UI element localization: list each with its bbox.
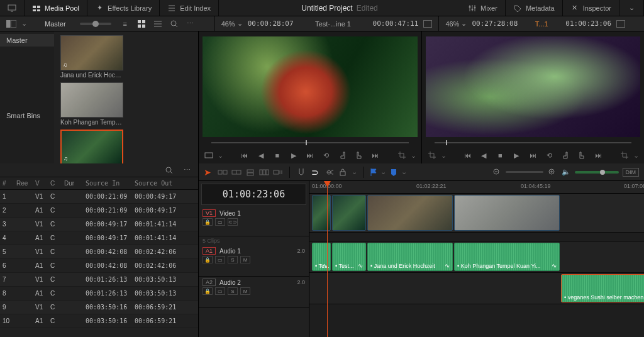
clip-thumb[interactable]: ♫Jana und Erick Hochz... [60, 35, 123, 79]
video-clip[interactable] [312, 195, 331, 231]
overwrite-edit-button[interactable] [231, 167, 242, 177]
table-row[interactable]: 9V1C00:03:50:1600:06:59:21 [0, 301, 198, 314]
fit-to-fill-button[interactable] [259, 167, 269, 177]
auto-select-button[interactable]: ▭ [215, 218, 225, 226]
stop-button[interactable]: ■ [495, 150, 505, 160]
chevron-down-button[interactable]: ⌄ [619, 0, 644, 16]
clip-thumb[interactable]: Koh Phangan Tempel... [60, 82, 123, 126]
bin-smart[interactable]: Smart Bins [0, 109, 54, 122]
table-row[interactable]: 8A1C00:01:26:1300:03:50:13 [0, 287, 198, 301]
chevron-down-icon[interactable]: ⌄ [441, 152, 447, 160]
track-tag[interactable]: V1 [203, 209, 216, 217]
edit-index-tab[interactable]: Edit Index [160, 0, 219, 16]
track-header-v1[interactable]: V1Video 1 🔒▭⊂⊃ [199, 207, 309, 236]
video-clip[interactable] [367, 195, 453, 231]
zoom-in-button[interactable] [547, 167, 557, 177]
mute-button[interactable]: M [240, 287, 250, 295]
col-source-out[interactable]: Source Out [132, 180, 181, 187]
loop-button[interactable]: ⟲ [544, 150, 554, 160]
table-row[interactable]: 7V1C00:01:26:1300:03:50:13 [0, 273, 198, 287]
audio-clip[interactable]: • veganes Sushi selber machen k...∿ [561, 274, 644, 302]
play-button[interactable]: ▶ [511, 150, 521, 160]
track-tag[interactable]: A1 [203, 247, 216, 255]
layout-toggle[interactable] [5, 18, 18, 30]
next-frame-button[interactable]: ⏭ [305, 150, 315, 160]
link-button[interactable]: ⊂⊃ [228, 218, 238, 226]
timeline-tracks[interactable]: 01:00:00:00 01:02:22:21 01:04:45:19 01:0… [309, 181, 644, 337]
mixer-tab[interactable]: Mixer [460, 0, 506, 16]
video-track-1[interactable] [309, 194, 644, 233]
effects-library-tab[interactable]: ✦Effects Library [87, 0, 160, 16]
search-button[interactable] [168, 18, 180, 30]
timeline-name[interactable]: T...1 [523, 20, 560, 28]
mute-button[interactable]: 🔈 [561, 167, 571, 177]
sort-button[interactable]: ≡ [119, 18, 131, 30]
audio-track-1[interactable]: • Te...∿ • Test...∿ • Jana und Erick Hoc… [309, 241, 644, 273]
chevron-down-icon[interactable]: ⌄ [352, 168, 357, 176]
inspector-tab[interactable]: ✕Inspector [563, 0, 619, 16]
col-num[interactable]: # [0, 180, 14, 187]
last-frame-button[interactable]: ⏭ [370, 150, 380, 160]
dim-button[interactable]: DIM [623, 168, 640, 177]
audio-clip[interactable]: • Koh Phangan Tempel Kuan Yi...∿ [454, 243, 560, 271]
thumbnail-size-slider[interactable] [80, 23, 111, 25]
timeline-ruler[interactable]: 01:00:00:00 01:02:22:21 01:04:45:19 01:0… [309, 181, 644, 194]
table-row[interactable]: 3V1C00:00:49:1700:01:41:14 [0, 218, 198, 231]
chevron-down-icon[interactable]: ⌄ [218, 152, 223, 160]
clip-thumb[interactable]: ♫veganes Sushi selber ... [60, 130, 123, 163]
timeline-zoom[interactable]: 46% ⌄ [445, 19, 467, 28]
volume-slider[interactable] [575, 171, 619, 174]
audio-clip[interactable]: • Test...∿ [332, 243, 366, 271]
play-button[interactable]: ▶ [289, 150, 299, 160]
lock-icon[interactable]: 🔒 [203, 256, 213, 263]
track-header-a2[interactable]: A2Audio 22.0 🔒▭SM [199, 277, 309, 308]
mark-out-button[interactable] [577, 150, 587, 160]
chevron-down-icon[interactable]: ⌄ [21, 19, 27, 28]
table-row[interactable]: 6A1C00:00:42:0800:02:42:06 [0, 259, 198, 273]
loop-button[interactable]: ⟲ [321, 150, 331, 160]
solo-button[interactable]: S [228, 287, 238, 295]
more-button[interactable]: ⋯ [184, 18, 197, 30]
marker-icon[interactable] [390, 168, 397, 176]
timeline-viewer-mode[interactable] [616, 20, 625, 28]
table-row[interactable]: 5V1C00:00:42:0800:02:42:06 [0, 245, 198, 259]
source-scrub[interactable] [199, 138, 421, 147]
next-frame-button[interactable]: ⏭ [528, 150, 538, 160]
col-source-in[interactable]: Source In [83, 180, 132, 187]
first-frame-button[interactable]: ⏮ [462, 150, 472, 160]
lock-icon[interactable]: 🔒 [203, 218, 213, 226]
lock-icon[interactable]: 🔒 [203, 287, 213, 295]
media-pool-tab[interactable]: Media Pool [25, 0, 87, 16]
col-c[interactable]: C [48, 180, 62, 187]
mute-button[interactable]: M [240, 256, 250, 263]
snap-button[interactable]: ⊃ [310, 167, 320, 177]
bin-path[interactable]: Master [38, 19, 72, 29]
video-clip[interactable] [332, 195, 366, 231]
col-v[interactable]: V [33, 180, 48, 187]
track-header-a1[interactable]: A1Audio 12.0 🔒▭SM [199, 245, 309, 277]
col-dur[interactable]: Dur [62, 180, 83, 187]
table-row[interactable]: 10A1C00:03:50:1600:06:59:21 [0, 314, 198, 328]
timeline-scrub[interactable] [422, 138, 645, 147]
solo-button[interactable]: S [228, 256, 238, 263]
chevron-down-icon[interactable]: ⌄ [633, 152, 639, 160]
search-button[interactable] [163, 165, 175, 176]
mark-in-button[interactable] [338, 150, 348, 160]
audio-clip[interactable]: • Jana und Erick Hochzeit∿ [367, 243, 453, 271]
insert-edit-button[interactable] [218, 167, 228, 177]
prev-frame-button[interactable]: ◀ [479, 150, 489, 160]
workspace-switcher[interactable] [0, 0, 25, 16]
bin-master[interactable]: Master [0, 34, 54, 47]
more-button[interactable]: ⋯ [180, 165, 193, 176]
playhead[interactable] [327, 181, 328, 337]
last-frame-button[interactable]: ⏭ [593, 150, 603, 160]
chevron-down-icon[interactable]: ⌄ [411, 152, 416, 160]
append-edit-button[interactable] [273, 167, 283, 177]
auto-select-button[interactable]: ▭ [215, 287, 225, 295]
razor-tool[interactable] [296, 167, 306, 177]
zoom-slider[interactable] [506, 171, 543, 173]
source-clip-name[interactable]: Test-...ine 1 [299, 20, 368, 28]
table-row[interactable]: 1V1C00:00:21:0900:00:49:17 [0, 190, 198, 204]
col-reel[interactable]: Ree [14, 180, 33, 187]
audio-clip[interactable]: • Te...∿ [312, 243, 331, 271]
